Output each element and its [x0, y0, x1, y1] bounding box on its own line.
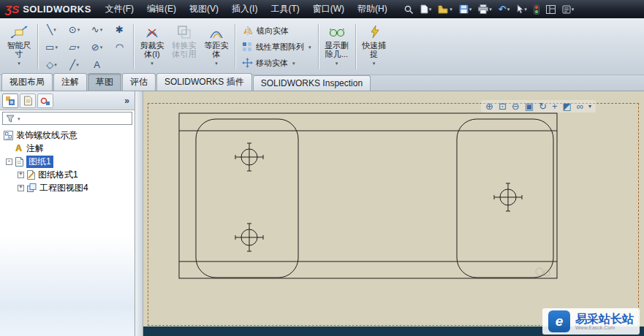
- search-icon: [404, 4, 414, 15]
- polygon-icon: ◇: [46, 59, 53, 70]
- fillet-tool-button[interactable]: ◠: [108, 38, 131, 56]
- chevron-down-icon[interactable]: ▾: [373, 59, 376, 68]
- menu-insert[interactable]: 插入(I): [225, 1, 264, 17]
- select-arrow-icon: [516, 4, 523, 14]
- chevron-down-icon[interactable]: ▾: [572, 7, 575, 12]
- menu-tools[interactable]: 工具(T): [264, 1, 306, 17]
- propertymanager-tab[interactable]: [20, 93, 36, 108]
- mirror-entities-button[interactable]: 镜向实体: [239, 24, 314, 38]
- text-tool-button[interactable]: A: [86, 56, 108, 73]
- panel-splitter[interactable]: [135, 91, 143, 336]
- point-tool-button[interactable]: ✱: [108, 20, 131, 38]
- chevron-down-icon[interactable]: ▾: [469, 7, 472, 12]
- tab-solidworks-addins[interactable]: SOLIDWORKS 插件: [156, 73, 252, 91]
- convert-entities-button[interactable]: 转换实 体引用: [168, 20, 200, 73]
- trim-entities-button[interactable]: 剪裁实 体(I) ▾: [136, 20, 168, 73]
- centerline-tool-button[interactable]: ╱▾: [63, 56, 86, 73]
- tab-annotation[interactable]: 注解: [53, 73, 87, 91]
- line-tool-button[interactable]: ╲▾: [40, 20, 63, 38]
- tab-sketch[interactable]: 草图: [88, 73, 121, 91]
- featuremanager-tree-tab[interactable]: [2, 93, 18, 108]
- rebuild-button[interactable]: [531, 3, 542, 16]
- display-delete-relations-icon: [328, 26, 346, 38]
- offset-entities-button[interactable]: 等距实 体 ▾: [200, 20, 232, 73]
- zoom-to-fit-icon[interactable]: ⊕: [485, 102, 493, 111]
- circle-tool-button[interactable]: ⊙▾: [63, 20, 86, 38]
- commandmanager-tab-bar: 视图布局 注解 草图 评估 SOLIDWORKS 插件 SOLIDWORKS I…: [0, 75, 644, 91]
- chevron-down-icon[interactable]: ▾: [151, 59, 154, 68]
- menu-window[interactable]: 窗口(W): [306, 1, 351, 17]
- graphics-area[interactable]: ⊕ ⊡ ⊖ ▣ ↻ + ◩ ∞ ▾ e 易采站长站 Www.Easck.Com: [143, 91, 644, 336]
- chevron-down-icon[interactable]: ▾: [450, 7, 452, 12]
- view-orientation-icon[interactable]: ▣: [525, 102, 534, 111]
- chevron-down-icon[interactable]: ▾: [18, 59, 20, 68]
- tab-view-layout[interactable]: 视图布局: [1, 73, 53, 91]
- menu-view[interactable]: 视图(V): [183, 1, 225, 17]
- chevron-down-icon[interactable]: ▾: [489, 7, 492, 12]
- chevron-down-icon[interactable]: ▾: [292, 61, 295, 66]
- quick-snaps-button[interactable]: 快速捕 捉 ▾: [358, 20, 390, 73]
- chevron-down-icon[interactable]: ▾: [76, 62, 79, 67]
- chevron-down-icon[interactable]: ▾: [77, 45, 80, 50]
- drawing-canvas[interactable]: [143, 91, 644, 336]
- zoom-to-area-icon[interactable]: ⊡: [499, 102, 507, 111]
- polygon-tool-button[interactable]: ◇▾: [40, 56, 63, 73]
- spline-tool-button[interactable]: ∿▾: [86, 20, 108, 38]
- move-entities-button[interactable]: 移动实体 ▾: [239, 56, 314, 70]
- search-button[interactable]: [401, 3, 416, 16]
- tree-item-drawing-document[interactable]: 装饰螺纹线示意: [0, 129, 135, 142]
- panels-button[interactable]: [544, 4, 558, 15]
- menu-edit[interactable]: 编辑(E): [140, 1, 183, 17]
- smart-dimension-button[interactable]: 智能尺 寸 ▾: [3, 20, 35, 73]
- title-bar: ƷS SOLIDWORKS 文件(F) 编辑(E) 视图(V) 插入(I) 工具…: [0, 0, 644, 18]
- open-button[interactable]: ▾: [436, 4, 455, 15]
- tab-evaluate[interactable]: 评估: [122, 73, 156, 91]
- chevron-down-icon[interactable]: ▾: [53, 27, 56, 32]
- expand-box-icon[interactable]: +: [18, 172, 24, 178]
- chevron-down-icon[interactable]: ▾: [507, 7, 510, 12]
- rotate-view-icon[interactable]: ↻: [539, 102, 547, 111]
- collapse-box-icon[interactable]: -: [6, 159, 12, 165]
- expand-box-icon[interactable]: +: [18, 185, 24, 191]
- zoom-in-out-icon[interactable]: ⊖: [512, 102, 520, 111]
- chevron-down-icon[interactable]: ▾: [215, 59, 218, 68]
- save-icon: [459, 4, 469, 14]
- tab-solidworks-inspection[interactable]: SOLIDWORKS Inspection: [253, 75, 371, 91]
- chevron-down-icon[interactable]: ▾: [429, 7, 432, 12]
- chevron-down-icon[interactable]: ▾: [18, 116, 20, 121]
- new-document-button[interactable]: ▾: [418, 3, 434, 15]
- save-button[interactable]: ▾: [457, 3, 474, 15]
- print-button[interactable]: ▾: [476, 3, 494, 15]
- linear-sketch-pattern-button[interactable]: 线性草图阵列 ▾: [239, 40, 314, 54]
- chevron-down-icon[interactable]: ▾: [308, 45, 311, 50]
- menu-file[interactable]: 文件(F): [99, 1, 140, 17]
- pan-icon[interactable]: +: [552, 102, 558, 111]
- menu-help[interactable]: 帮助(H): [351, 1, 394, 17]
- display-style-icon[interactable]: ◩: [563, 102, 572, 111]
- chevron-down-icon[interactable]: ▾: [77, 27, 80, 32]
- chevron-down-icon[interactable]: ▾: [588, 104, 591, 110]
- ellipse-tool-button[interactable]: ⊘▾: [86, 38, 108, 56]
- chevron-down-icon[interactable]: ▾: [54, 62, 57, 67]
- tree-item-sheet-format1[interactable]: + 图纸格式1: [0, 168, 135, 181]
- chevron-down-icon[interactable]: ▾: [100, 27, 103, 32]
- chevron-down-icon[interactable]: ▾: [55, 45, 58, 50]
- display-delete-relations-button[interactable]: 显示删 除几... ▾: [321, 20, 353, 73]
- panel-collapse-button[interactable]: »: [122, 96, 132, 106]
- configurationmanager-tab[interactable]: [37, 93, 53, 108]
- chevron-down-icon[interactable]: ▾: [336, 59, 338, 68]
- rectangle-tool-button[interactable]: ▭▾: [40, 38, 63, 56]
- undo-button[interactable]: ↶ ▾: [496, 3, 512, 15]
- ribbon-separator: [235, 24, 235, 69]
- select-button[interactable]: ▾: [514, 3, 529, 15]
- tree-item-drawing-view4[interactable]: + 工程图视图4: [0, 181, 135, 194]
- hide-show-items-icon[interactable]: ∞: [577, 102, 583, 111]
- chevron-down-icon[interactable]: ▾: [100, 45, 103, 50]
- tree-item-sheet1[interactable]: - 图纸1: [0, 155, 135, 168]
- chevron-down-icon[interactable]: ▾: [524, 7, 527, 12]
- options-button[interactable]: ▾: [560, 4, 577, 15]
- tree-filter-box[interactable]: ▾: [2, 112, 132, 125]
- slot-tool-button[interactable]: ▱▾: [63, 38, 86, 56]
- hole-center-marks[interactable]: [235, 143, 522, 251]
- tree-item-annotations[interactable]: A 注解: [0, 142, 135, 155]
